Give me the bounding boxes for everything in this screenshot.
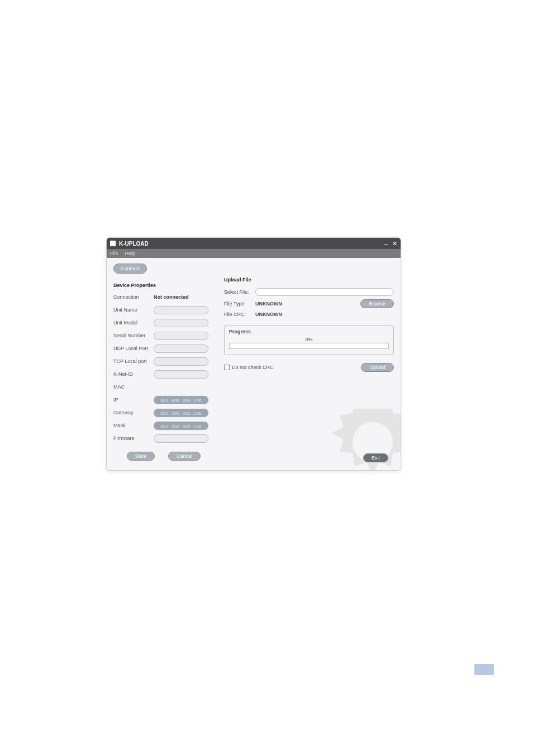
ip-label: IP [113, 397, 154, 403]
progress-percent: 0% [229, 337, 389, 342]
serial-label: Serial Number [113, 333, 154, 338]
ip-input[interactable]: 000 . 000 . 000 . 000 [154, 396, 208, 404]
upload-button[interactable]: Upload [361, 363, 394, 372]
save-button[interactable]: Save [127, 452, 155, 461]
connection-label: Connection [113, 294, 154, 300]
cancel-button[interactable]: Cancel [168, 452, 201, 461]
progress-bar [229, 343, 389, 349]
window-title: K-UPLOAD [119, 241, 384, 247]
device-properties-heading: Device Properties [113, 283, 214, 288]
file-type-label: File Type: [224, 301, 255, 307]
gateway-input[interactable]: 000 . 000 . 000 . 000 [154, 409, 208, 417]
firmware-label: Firmware [113, 436, 154, 441]
serial-input[interactable] [154, 332, 208, 340]
file-type-value: UNKNOWN [255, 301, 282, 307]
tcp-port-input[interactable] [154, 357, 208, 366]
minimize-icon[interactable]: – [384, 240, 388, 247]
gateway-label: Gateway [113, 410, 154, 415]
select-file-label: Select File: [224, 289, 255, 295]
file-crc-label: File CRC: [224, 312, 255, 317]
no-crc-checkbox[interactable] [224, 365, 230, 370]
mac-label: MAC [113, 384, 154, 390]
udp-port-input[interactable] [154, 344, 208, 353]
close-icon[interactable]: ✕ [392, 240, 397, 247]
page-number-box [474, 664, 494, 675]
unit-model-label: Unit Model [113, 320, 154, 326]
firmware-input[interactable] [154, 434, 208, 443]
connect-button[interactable]: Connect [113, 264, 147, 274]
menubar: File Help [107, 249, 401, 258]
unit-name-input[interactable] [154, 306, 208, 314]
mask-input[interactable]: 000 . 000 . 000 . 000 [154, 422, 208, 430]
gear-background-icon [322, 409, 401, 470]
knet-id-label: K-Net-ID [113, 371, 154, 377]
browse-button[interactable]: Browse [360, 299, 394, 308]
unit-model-input[interactable] [154, 319, 208, 327]
udp-port-label: UDP Local Port [113, 346, 154, 351]
titlebar: K-UPLOAD – ✕ [107, 238, 401, 249]
knet-id-input[interactable] [154, 370, 208, 379]
progress-label: Progress [229, 329, 389, 334]
app-icon [110, 241, 116, 246]
app-window: K-UPLOAD – ✕ File Help Connect Device Pr… [106, 237, 401, 471]
menu-help[interactable]: Help [125, 251, 136, 256]
connection-value: Not connected [154, 294, 189, 300]
exit-button[interactable]: Exit [363, 453, 388, 462]
unit-name-label: Unit Name [113, 307, 154, 313]
progress-box: Progress 0% [224, 325, 394, 355]
upload-file-heading: Upload File [224, 277, 394, 283]
menu-file[interactable]: File [110, 251, 118, 256]
mask-label: Mask [113, 423, 154, 428]
file-crc-value: UNKNOWN [255, 312, 282, 317]
select-file-input[interactable] [255, 288, 394, 296]
no-crc-label: Do not check CRC [232, 365, 274, 370]
device-properties-panel: Connect Device Properties Connection Not… [113, 264, 214, 462]
tcp-port-label: TCP Local port [113, 358, 154, 364]
